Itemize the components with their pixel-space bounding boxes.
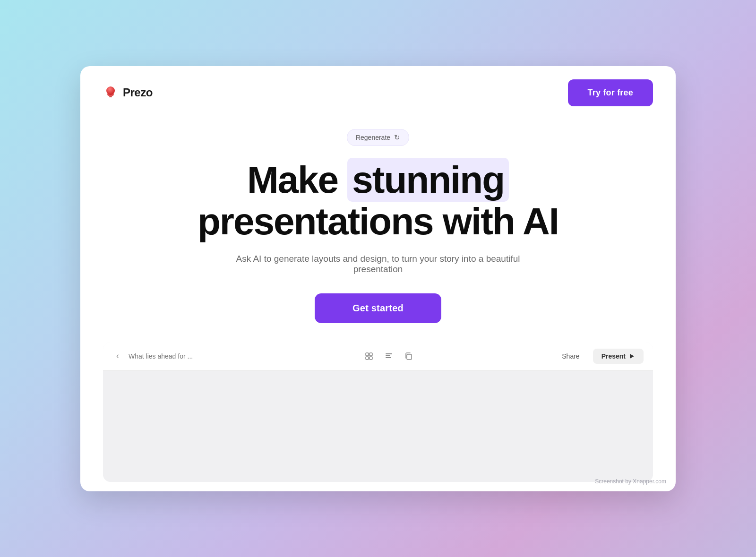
copy-icon-button[interactable] bbox=[403, 350, 415, 362]
copy-icon bbox=[404, 352, 413, 360]
preview-section: ‹ bbox=[80, 342, 676, 491]
slide-title-input[interactable] bbox=[129, 352, 223, 360]
main-card: Prezo Try for free Regenerate ↻ Make stu… bbox=[80, 66, 676, 491]
get-started-button[interactable]: Get started bbox=[315, 293, 441, 323]
svg-rect-6 bbox=[369, 357, 372, 360]
preview-content bbox=[103, 371, 653, 482]
svg-marker-11 bbox=[630, 354, 634, 359]
svg-rect-7 bbox=[386, 353, 392, 354]
logo-icon bbox=[103, 85, 118, 100]
logo-text: Prezo bbox=[123, 86, 153, 99]
present-button[interactable]: Present bbox=[593, 349, 644, 364]
regenerate-pill[interactable]: Regenerate ↻ bbox=[347, 129, 409, 146]
svg-rect-10 bbox=[407, 354, 412, 360]
svg-rect-9 bbox=[386, 357, 391, 358]
layout-icon bbox=[365, 352, 373, 360]
play-icon bbox=[628, 353, 635, 360]
svg-rect-4 bbox=[369, 353, 372, 356]
preview-card: ‹ bbox=[103, 342, 653, 482]
svg-point-1 bbox=[106, 86, 115, 95]
headline-part2: presentations with AI bbox=[198, 200, 558, 242]
regenerate-icon: ↻ bbox=[394, 133, 400, 142]
headline-part1: Make bbox=[247, 159, 338, 201]
regenerate-label: Regenerate bbox=[356, 134, 390, 141]
watermark: Screenshot by Xnapper.com bbox=[595, 478, 666, 485]
svg-rect-8 bbox=[386, 355, 390, 356]
navbar: Prezo Try for free bbox=[80, 66, 676, 120]
toolbar-left: ‹ bbox=[112, 349, 223, 363]
svg-rect-3 bbox=[366, 353, 369, 356]
back-button[interactable]: ‹ bbox=[112, 349, 123, 363]
text-icon bbox=[385, 352, 393, 360]
preview-toolbar: ‹ bbox=[103, 342, 653, 371]
share-button[interactable]: Share bbox=[554, 349, 587, 364]
toolbar-right: Share Present bbox=[554, 349, 644, 364]
headline-highlight: stunning bbox=[347, 158, 509, 202]
svg-rect-5 bbox=[366, 357, 369, 360]
text-icon-button[interactable] bbox=[383, 350, 395, 362]
logo-area: Prezo bbox=[103, 85, 153, 100]
subheadline: Ask AI to generate layouts and design, t… bbox=[213, 254, 543, 274]
hero-section: Regenerate ↻ Make stunning presentations… bbox=[80, 120, 676, 342]
toolbar-icons bbox=[363, 350, 415, 362]
svg-rect-2 bbox=[109, 96, 112, 97]
layout-icon-button[interactable] bbox=[363, 350, 375, 362]
headline: Make stunning presentations with AI bbox=[198, 159, 558, 242]
try-for-free-button[interactable]: Try for free bbox=[568, 79, 653, 106]
